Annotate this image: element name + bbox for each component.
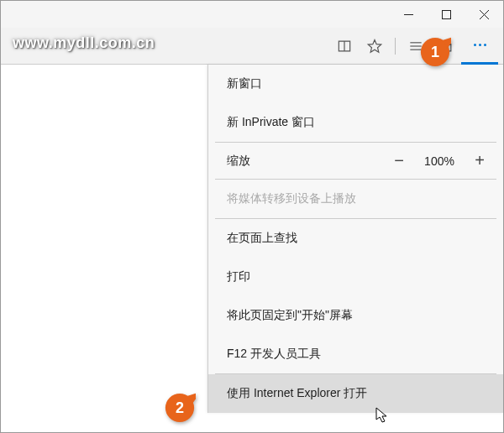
menu-new-inprivate[interactable]: 新 InPrivate 窗口 <box>208 103 503 142</box>
more-actions-menu: 新窗口 新 InPrivate 窗口 缩放 − 100% + 将媒体转移到设备上… <box>207 65 503 413</box>
menu-zoom-row: 缩放 − 100% + <box>208 143 503 179</box>
menu-cast-media: 将媒体转移到设备上播放 <box>208 180 503 218</box>
ellipsis-icon <box>474 44 486 46</box>
menu-new-window[interactable]: 新窗口 <box>208 65 503 103</box>
page-content-area: 新窗口 新 InPrivate 窗口 缩放 − 100% + 将媒体转移到设备上… <box>1 65 503 432</box>
svg-rect-1 <box>443 10 451 18</box>
menu-print[interactable]: 打印 <box>208 258 503 296</box>
favorites-icon[interactable] <box>360 28 390 65</box>
maximize-button[interactable] <box>428 1 465 28</box>
toolbar-separator <box>395 38 396 55</box>
annotation-callout-2: 2 <box>164 392 196 424</box>
zoom-out-button[interactable]: − <box>387 151 411 170</box>
more-actions-button[interactable] <box>461 28 498 65</box>
minimize-button[interactable] <box>390 1 428 28</box>
zoom-label: 缩放 <box>227 154 379 169</box>
zoom-in-button[interactable]: + <box>468 151 491 170</box>
callout-number: 1 <box>431 44 439 61</box>
window-titlebar <box>1 1 503 28</box>
annotation-callout-1: 1 <box>419 36 451 68</box>
menu-pin-to-start[interactable]: 将此页固定到"开始"屏幕 <box>208 296 503 335</box>
menu-devtools[interactable]: F12 开发人员工具 <box>208 335 503 373</box>
zoom-value: 100% <box>419 154 459 168</box>
callout-number: 2 <box>176 399 184 417</box>
close-button[interactable] <box>465 1 503 28</box>
reading-view-icon[interactable] <box>329 28 360 65</box>
mouse-cursor-icon <box>375 407 389 424</box>
menu-open-with-ie[interactable]: 使用 Internet Explorer 打开 <box>208 374 503 413</box>
watermark-text: www.mydll.com.cn <box>13 34 155 52</box>
menu-find-on-page[interactable]: 在页面上查找 <box>208 219 503 258</box>
